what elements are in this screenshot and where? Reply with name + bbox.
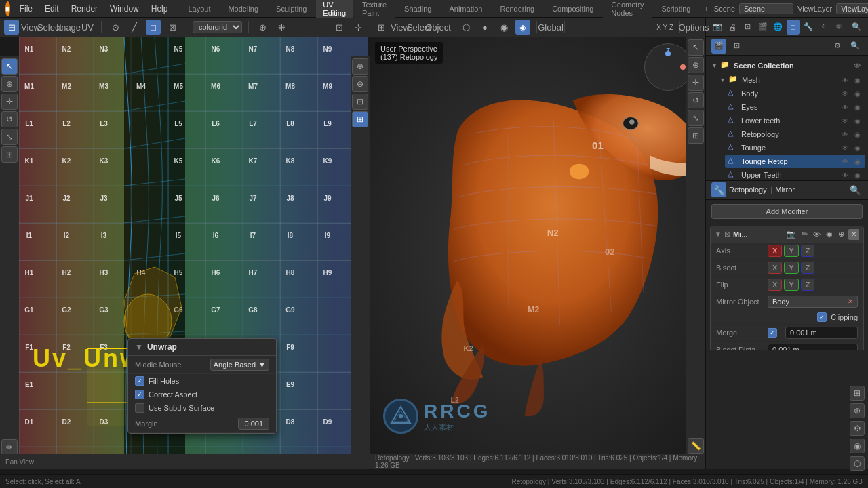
sc-lteeth-render[interactable]: ◉: [852, 115, 863, 126]
sc-tounge-retopo-item[interactable]: △ Tounge Retop 👁 ◉: [725, 155, 865, 168]
sc-tr-eye[interactable]: 👁: [840, 156, 850, 167]
vp-cursor-tool[interactable]: ⊕: [688, 57, 704, 73]
outliner-filter-btn[interactable]: ⚙: [830, 39, 845, 54]
uv-vert-mode[interactable]: ⊙: [108, 20, 123, 35]
uv-color-dropdown[interactable]: colorgrid: [193, 21, 242, 33]
prop-modifier-tab[interactable]: 🔧: [802, 20, 814, 35]
add-modifier-button[interactable]: Add Modifier: [711, 204, 863, 219]
menu-window[interactable]: Window: [104, 3, 144, 15]
tab-modeling[interactable]: Modeling: [220, 2, 267, 16]
mod-visibility-icon[interactable]: 👁: [812, 230, 822, 239]
panel-search-btn[interactable]: 🔍: [850, 20, 863, 35]
menu-file[interactable]: File: [14, 3, 38, 15]
axis-z-btn[interactable]: Z: [801, 245, 815, 257]
sc-mesh-render[interactable]: ◉: [852, 75, 863, 85]
prop-world-tab[interactable]: 🌐: [772, 20, 784, 35]
fill-holes-checkbox[interactable]: ✓: [135, 376, 144, 386]
vp-scale-tool[interactable]: ⤡: [688, 110, 704, 126]
sc-root-eye[interactable]: 👁: [852, 60, 863, 71]
tab-shading[interactable]: Shading: [396, 2, 439, 16]
scale-tool[interactable]: ⤡: [1, 129, 18, 145]
clipping-checkbox[interactable]: ✓: [817, 312, 827, 322]
sc-body-eye[interactable]: 👁: [840, 88, 850, 99]
annotation-tool[interactable]: ✏: [1, 439, 18, 454]
popup-collapse-btn[interactable]: ▼: [135, 342, 143, 352]
vp-measure-tool[interactable]: 📏: [688, 438, 704, 454]
sc-uteeth-render[interactable]: ◉: [852, 169, 863, 180]
prop-physics-tab[interactable]: ⚛: [832, 20, 844, 35]
uv-island-mode[interactable]: ⊠: [165, 20, 180, 35]
vp-view-btn[interactable]: View: [393, 20, 408, 35]
uv-snap-btn[interactable]: ⁜: [274, 20, 289, 35]
modifier-close-btn[interactable]: ✕: [848, 229, 859, 240]
flip-y-btn[interactable]: Y: [784, 279, 798, 291]
prop-render-tab[interactable]: 📷: [711, 20, 724, 35]
prop-scene-tab[interactable]: 🎬: [757, 20, 769, 35]
uv-canvas[interactable]: ↖ ⊕ ✛ ↺ ⤡ ⊞ ✏ 📏 N1 N: [0, 37, 370, 454]
prop-particles-tab[interactable]: ⁘: [817, 20, 829, 35]
vp-move-tool[interactable]: ✛: [688, 75, 704, 91]
right-icon-1[interactable]: ⊞: [850, 386, 865, 401]
right-icon-5[interactable]: ⬡: [850, 456, 865, 471]
uv-gizmo-btn[interactable]: ⊹: [351, 20, 366, 35]
vp-options-btn[interactable]: Options: [686, 20, 701, 35]
cursor-tool[interactable]: ⊕: [1, 76, 18, 92]
bisect-z-btn[interactable]: Z: [801, 262, 815, 274]
flip-x-btn[interactable]: X: [768, 279, 782, 291]
tab-sculpting[interactable]: Sculpting: [268, 2, 315, 16]
prop-output-tab[interactable]: 🖨: [726, 20, 738, 35]
tab-rendering[interactable]: Rendering: [492, 2, 542, 16]
viewlayer-input[interactable]: [836, 3, 868, 14]
bisect-x-btn[interactable]: X: [768, 262, 782, 274]
sc-mesh-eye[interactable]: 👁: [840, 75, 850, 85]
select-tool[interactable]: ↖: [1, 58, 18, 75]
move-tool[interactable]: ✛: [1, 94, 18, 110]
outliner-view-layer-tab[interactable]: ⊡: [729, 39, 744, 54]
props-search-icon[interactable]: 🔍: [848, 182, 863, 197]
transform-tool[interactable]: ⊞: [1, 146, 18, 163]
correct-aspect-checkbox[interactable]: ✓: [135, 390, 144, 399]
mod-render-icon[interactable]: ◉: [825, 230, 834, 239]
uv-edge-mode[interactable]: ╱: [127, 20, 142, 35]
prop-view-tab[interactable]: ⊡: [742, 20, 754, 35]
method-dropdown[interactable]: Angle Based ▼: [210, 359, 269, 371]
vp-global-btn[interactable]: Global: [543, 20, 558, 35]
axis-y-btn[interactable]: Y: [784, 245, 798, 257]
sc-retopo-render[interactable]: ◉: [852, 129, 863, 140]
rotate-tool[interactable]: ↺: [1, 111, 18, 127]
viewport-mode-icon[interactable]: ⊞: [374, 20, 389, 35]
menu-help[interactable]: Help: [146, 3, 174, 15]
uv-face-mode[interactable]: □: [146, 20, 161, 35]
right-icon-3[interactable]: ⚙: [850, 421, 865, 436]
mod-edit-icon[interactable]: ✏: [800, 230, 809, 239]
uv-proportional-btn[interactable]: ⊕: [255, 20, 270, 35]
uv-select-btn[interactable]: Select: [42, 20, 57, 35]
vp-select-tool[interactable]: ↖: [688, 39, 704, 56]
sc-tounge-eye[interactable]: 👁: [840, 142, 850, 153]
sc-upper-teeth-item[interactable]: △ Upper Teeth 👁 ◉: [725, 168, 865, 180]
mirror-object-clear[interactable]: ✕: [848, 298, 853, 305]
nav-gizmo-circle[interactable]: X Z: [644, 43, 692, 91]
prop-object-tab[interactable]: □: [787, 20, 799, 35]
uv-sync-sel[interactable]: ⊞: [352, 111, 368, 127]
add-workspace-btn[interactable]: +: [700, 5, 712, 13]
menu-render[interactable]: Render: [66, 3, 103, 15]
right-icon-2[interactable]: ⊕: [850, 403, 865, 418]
sc-uteeth-eye[interactable]: 👁: [840, 169, 850, 180]
vp-select-btn[interactable]: Select: [412, 20, 427, 35]
bisect-y-btn[interactable]: Y: [784, 262, 798, 274]
tab-texture-paint[interactable]: Texture Paint: [354, 0, 395, 20]
tab-animation[interactable]: Animation: [441, 2, 490, 16]
sc-body-render[interactable]: ◉: [852, 88, 863, 99]
sc-body-item[interactable]: △ Body 👁 ◉: [725, 87, 865, 100]
sc-retopo-eye[interactable]: 👁: [840, 129, 850, 140]
sc-lteeth-eye[interactable]: 👁: [840, 115, 850, 126]
sc-retopology-item[interactable]: △ Retopology 👁 ◉: [725, 127, 865, 141]
sc-lower-teeth-item[interactable]: △ Lower teeth 👁 ◉: [725, 114, 865, 127]
viewport-canvas[interactable]: 01 N2 M2 K2 L2 02 User Perspective: [370, 37, 705, 454]
tab-geometry-nodes[interactable]: Geometry Nodes: [603, 0, 652, 20]
vp-wire-mode[interactable]: ⬡: [458, 20, 473, 35]
subdiv-checkbox[interactable]: [135, 403, 144, 413]
uv-editor-mode-icon[interactable]: ⊞: [4, 20, 19, 35]
sc-tr-render[interactable]: ◉: [852, 156, 863, 167]
